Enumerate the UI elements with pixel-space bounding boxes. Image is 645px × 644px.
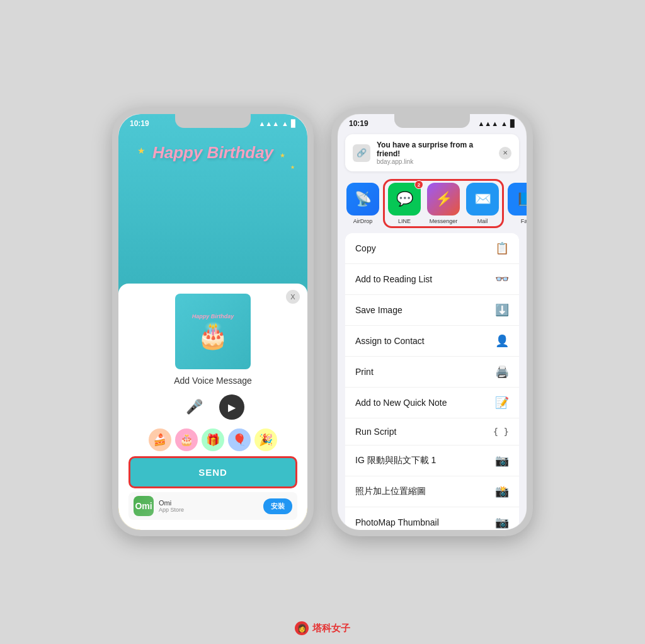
link-text: You have a surprise from a friend! bday.…: [377, 141, 493, 165]
action-reading-list[interactable]: Add to Reading List 👓: [345, 264, 519, 295]
action-run-script[interactable]: Run Script { }: [345, 418, 519, 446]
link-icon: 🔗: [353, 144, 370, 162]
highlighted-apps: 💬 2 LINE ⚡ Messenger: [383, 179, 504, 228]
quick-note-icon: 📝: [495, 396, 509, 410]
wifi-icon: ▲: [282, 120, 288, 127]
send-button[interactable]: SEND: [128, 456, 297, 488]
cake-preview: Happy Birthday 🎂: [175, 294, 251, 369]
omi-icon: Omi: [134, 496, 154, 516]
action-copy-label: Copy: [355, 243, 376, 253]
action-ig-download[interactable]: IG 限動與貼文下載 1 📷: [345, 446, 519, 476]
phone-1: 10:19 ▲▲▲ ▲ ▊ Happy Birthday ★ ★ ★: [112, 108, 314, 536]
signal-icon-2: ▲▲▲: [477, 120, 498, 127]
photo-location-icon: 📸: [495, 485, 509, 498]
messenger-icon[interactable]: ⚡: [427, 183, 460, 216]
airdrop-icon[interactable]: 📡: [346, 183, 379, 216]
messenger-label: Messenger: [430, 218, 458, 224]
status-icons-1: ▲▲▲ ▲ ▊: [258, 120, 296, 128]
happy-birthday-text: Happy Birthday: [118, 143, 307, 163]
partial-app-label: Fa: [521, 218, 527, 224]
action-photo-location-label: 照片加上位置縮圖: [355, 486, 426, 497]
bottom-avatar: 👩: [295, 621, 309, 635]
airdrop-label: AirDrop: [353, 218, 373, 224]
wifi-icon-2: ▲: [501, 120, 508, 127]
save-image-icon: ⬇️: [495, 303, 509, 317]
line-app[interactable]: 💬 2 LINE: [387, 183, 422, 224]
action-assign-contact-label: Assign to Contact: [355, 336, 425, 346]
status-time-2: 10:19: [349, 119, 368, 128]
phone-notch-2: [394, 114, 470, 128]
emoji-row: 🍰 🎂 🎁 🎈 🎉: [128, 428, 297, 451]
omi-text: Omi App Store: [159, 499, 258, 513]
mic-button[interactable]: 🎤: [181, 394, 207, 420]
emoji-4[interactable]: 🎈: [228, 428, 251, 451]
partial-app-icon[interactable]: 📘: [508, 183, 527, 216]
phone-2: 10:19 ▲▲▲ ▲ ▊ 🔗 You have a surprise from…: [331, 108, 533, 536]
phone-screen-2: 10:19 ▲▲▲ ▲ ▊ 🔗 You have a surprise from…: [338, 114, 527, 530]
print-icon: 🖨️: [495, 365, 509, 379]
install-button[interactable]: 安裝: [263, 498, 292, 514]
partial-app[interactable]: 📘 Fa: [506, 183, 527, 224]
action-photo-location[interactable]: 照片加上位置縮圖 📸: [345, 476, 519, 507]
action-assign-contact[interactable]: Assign to Contact 👤: [345, 326, 519, 357]
phone2-background: 10:19 ▲▲▲ ▲ ▊ 🔗 You have a surprise from…: [338, 114, 527, 530]
ig-download-icon: 📷: [495, 454, 509, 468]
cake-title-text: Happy Birthday: [192, 313, 234, 319]
link-preview-bar: 🔗 You have a surprise from a friend! bda…: [345, 134, 519, 171]
action-ig-download-label: IG 限動與貼文下載 1: [355, 455, 436, 466]
mail-app[interactable]: ✉️ Mail: [465, 183, 500, 224]
status-time-1: 10:19: [130, 119, 149, 128]
action-photomap-label: PhotoMap Thumbnail: [355, 517, 439, 527]
cake-emoji: 🎂: [192, 321, 234, 350]
link-title: You have a surprise from a friend!: [377, 141, 493, 158]
battery-icon-2: ▊: [510, 120, 515, 128]
run-script-icon: { }: [493, 427, 509, 437]
assign-contact-icon: 👤: [495, 334, 509, 348]
link-close-button[interactable]: ✕: [499, 147, 511, 159]
phone-notch-1: [175, 114, 251, 128]
action-reading-list-label: Add to Reading List: [355, 274, 432, 284]
action-copy[interactable]: Copy 📋: [345, 233, 519, 264]
action-photomap[interactable]: PhotoMap Thumbnail 📷: [345, 507, 519, 530]
share-sheet: 🔗 You have a surprise from a friend! bda…: [338, 129, 527, 530]
modal-close-button[interactable]: X: [286, 290, 300, 304]
line-badge: 2: [414, 180, 423, 189]
star-3: ★: [290, 164, 295, 170]
photomap-icon: 📷: [495, 515, 509, 529]
phone-screen-1: 10:19 ▲▲▲ ▲ ▊ Happy Birthday ★ ★ ★: [118, 114, 307, 530]
copy-icon: 📋: [495, 241, 509, 255]
reading-list-icon: 👓: [495, 272, 509, 286]
action-quick-note[interactable]: Add to New Quick Note 📝: [345, 388, 519, 418]
bottom-label: 👩 塔科女子: [295, 621, 350, 635]
messenger-app[interactable]: ⚡ Messenger: [426, 183, 461, 224]
emoji-1[interactable]: 🍰: [149, 428, 171, 451]
action-print[interactable]: Print 🖨️: [345, 357, 519, 388]
action-quick-note-label: Add to New Quick Note: [355, 398, 447, 408]
signal-icon: ▲▲▲: [258, 120, 279, 127]
emoji-5[interactable]: 🎉: [254, 428, 277, 451]
battery-icon: ▊: [291, 120, 296, 128]
apps-row-container: 📡 AirDrop 💬 2 LINE: [338, 176, 527, 231]
share-modal: X Happy Birthday 🎂 Add Voice Message 🎤 ▶: [118, 284, 307, 530]
phone1-background: 10:19 ▲▲▲ ▲ ▊ Happy Birthday ★ ★ ★: [118, 114, 307, 530]
action-print-label: Print: [355, 367, 374, 377]
status-icons-2: ▲▲▲ ▲ ▊: [477, 120, 515, 128]
app-store-banner: Omi Omi App Store 安裝: [128, 492, 297, 520]
action-items-group: Copy 📋 Add to Reading List 👓 Save Image …: [345, 233, 519, 530]
emoji-2[interactable]: 🎂: [175, 428, 198, 451]
voice-controls: 🎤 ▶: [128, 394, 297, 420]
link-url: bday.app.link: [377, 158, 493, 165]
line-icon[interactable]: 💬 2: [388, 183, 421, 216]
emoji-3[interactable]: 🎁: [202, 428, 224, 451]
line-label: LINE: [398, 218, 411, 224]
action-save-image-label: Save Image: [355, 305, 402, 315]
mail-label: Mail: [477, 218, 488, 224]
airdrop-app[interactable]: 📡 AirDrop: [345, 183, 380, 224]
action-run-script-label: Run Script: [355, 427, 396, 437]
add-voice-label: Add Voice Message: [128, 376, 297, 386]
play-button[interactable]: ▶: [219, 394, 244, 420]
mail-icon[interactable]: ✉️: [466, 183, 499, 216]
action-save-image[interactable]: Save Image ⬇️: [345, 295, 519, 326]
screenshot-container: 10:19 ▲▲▲ ▲ ▊ Happy Birthday ★ ★ ★: [0, 0, 645, 644]
